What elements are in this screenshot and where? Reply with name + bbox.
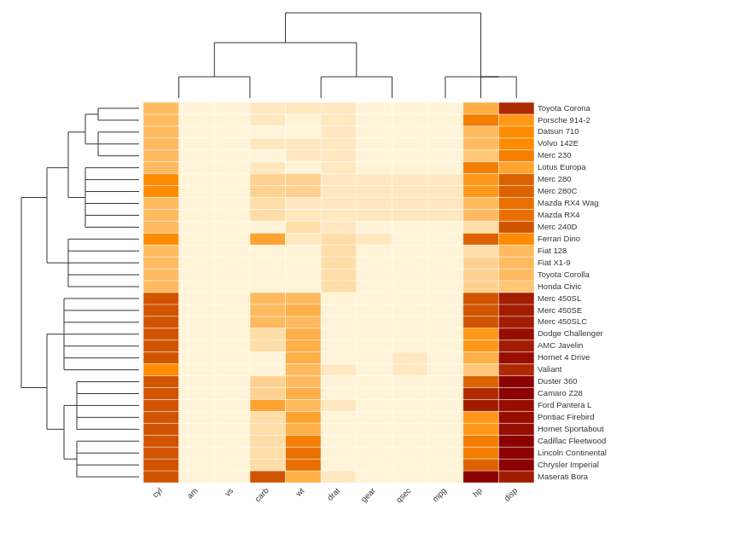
heatmap-canvas	[0, 0, 756, 551]
heatmap-container	[0, 0, 756, 551]
